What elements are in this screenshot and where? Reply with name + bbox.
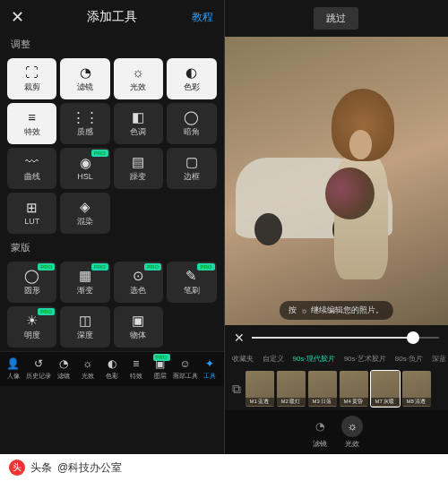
source-prefix: 头条 xyxy=(30,460,52,476)
tab-custom[interactable]: 自定义 xyxy=(263,354,284,364)
tone-icon: ◧ xyxy=(132,110,144,124)
tool-light[interactable]: ☼光效 xyxy=(114,58,163,99)
mode-light[interactable]: ☼光效 xyxy=(341,416,363,449)
sun-icon: ☼ xyxy=(82,357,92,370)
tool-curves[interactable]: 〰曲线 xyxy=(7,148,56,189)
slider-knob[interactable] xyxy=(407,331,419,344)
face-icon: ☺ xyxy=(179,357,190,370)
tool-vignette[interactable]: ◯暗角 xyxy=(167,103,216,144)
sun-icon: ☼ xyxy=(300,306,307,315)
tool-effects[interactable]: ≡特效 xyxy=(7,103,56,144)
object-icon: ▣ xyxy=(132,314,144,327)
sun-icon: ☼ xyxy=(341,416,363,437)
nav-color[interactable]: ◐色彩 xyxy=(100,356,124,382)
mask-gradient[interactable]: PRO▦渐变 xyxy=(60,262,109,303)
nav-effects[interactable]: ≡特效 xyxy=(125,356,148,382)
grain-icon: ⋮⋮ xyxy=(72,110,99,124)
tool-noise[interactable]: ▤躁变 xyxy=(114,148,163,189)
tab-favorites[interactable]: 收藏夹 xyxy=(232,354,254,364)
tab-90s-art[interactable]: 90s·艺术胶片 xyxy=(344,354,386,364)
tool-texture[interactable]: ⋮⋮质感 xyxy=(60,103,109,144)
filter-thumb[interactable]: M3 日落 xyxy=(308,371,337,407)
pro-badge: PRO xyxy=(153,354,170,361)
mask-object[interactable]: ▣物体 xyxy=(114,306,163,348)
adjust-section-label: 调整 xyxy=(0,34,224,55)
stack-icon[interactable]: ⧉ xyxy=(230,382,243,397)
brush-icon: ✎ xyxy=(185,269,197,282)
pro-badge: PRO xyxy=(38,263,55,271)
tools-panel: ✕ 添加工具 教程 调整 ⛶裁剪 ◔滤镜 ☼光效 ◐色彩 ≡特效 ⋮⋮质感 ◧色… xyxy=(0,0,225,454)
tab-deep[interactable]: 深蓝 xyxy=(432,354,446,364)
filter-thumb[interactable]: M4 黄昏 xyxy=(340,371,368,407)
tools-icon: ✦ xyxy=(205,357,214,370)
mode-filter[interactable]: ◔滤镜 xyxy=(309,416,331,449)
nav-layers[interactable]: PRO▣图层 xyxy=(149,356,172,382)
lines-icon: ≡ xyxy=(28,110,36,124)
nav-light[interactable]: ☼光效 xyxy=(76,356,99,382)
photo-preview[interactable]: 按 ☼ 继续编辑您的照片。 xyxy=(225,37,449,325)
tool-border[interactable]: ▢边框 xyxy=(167,148,216,189)
close-icon[interactable]: ✕ xyxy=(11,7,24,27)
nav-tools[interactable]: ✦工具 xyxy=(199,356,222,382)
tool-tone[interactable]: ◧色调 xyxy=(114,103,163,144)
close-slider-icon[interactable]: ✕ xyxy=(234,331,245,345)
left-bottom-bar: 👤人像 ↺历史记录 ◔滤镜 ☼光效 ◐色彩 ≡特效 PRO▣图层 ☺面部工具 ✦… xyxy=(0,351,224,386)
mask-grid: PRO◯圆形 PRO▦渐变 PRO⊙选色 PRO✎笔刷 PRO☀明度 ◫深度 ▣… xyxy=(0,258,224,351)
nav-history[interactable]: ↺历史记录 xyxy=(26,356,51,382)
drop-icon: ◔ xyxy=(59,357,68,370)
nav-portrait[interactable]: 👤人像 xyxy=(2,356,25,382)
intensity-slider[interactable] xyxy=(252,337,440,339)
tab-80s[interactable]: 80s·负片 xyxy=(395,354,423,364)
lines-icon: ≡ xyxy=(133,357,139,370)
left-header: ✕ 添加工具 教程 xyxy=(0,0,224,34)
tutorial-link[interactable]: 教程 xyxy=(192,10,213,25)
intensity-slider-row: ✕ xyxy=(225,325,449,350)
mask-select-color[interactable]: PRO⊙选色 xyxy=(114,262,163,303)
tool-lut[interactable]: ⊞LUT xyxy=(7,193,56,234)
frame-icon: ▢ xyxy=(185,155,198,168)
tool-blend[interactable]: ◈混染 xyxy=(60,193,109,234)
nav-face[interactable]: ☺面部工具 xyxy=(173,356,198,382)
bright-icon: ☀ xyxy=(26,314,38,327)
mask-luminance[interactable]: PRO☀明度 xyxy=(7,306,56,348)
filter-thumb[interactable]: M2 暖灯 xyxy=(277,371,306,407)
mask-depth[interactable]: ◫深度 xyxy=(60,306,109,348)
filter-thumb[interactable]: M1 蓝透 xyxy=(246,371,274,407)
tool-color[interactable]: ◐色彩 xyxy=(167,58,216,99)
history-icon: ↺ xyxy=(34,357,43,370)
attribution-footer: 头 头条 @科技办公室 xyxy=(0,454,448,481)
lut-icon: ⊞ xyxy=(26,201,38,214)
select-icon: ⊙ xyxy=(133,269,144,282)
tool-crop[interactable]: ⛶裁剪 xyxy=(7,58,56,99)
tools-grid-1: ⛶裁剪 ◔滤镜 ☼光效 ◐色彩 ≡特效 ⋮⋮质感 ◧色调 ◯暗角 〰曲线 PRO… xyxy=(0,55,224,237)
depth-icon: ◫ xyxy=(79,314,91,327)
drop-icon: ◔ xyxy=(80,65,91,79)
blend-icon: ◈ xyxy=(80,200,90,213)
grad2-icon: ▦ xyxy=(79,269,91,282)
pro-badge: PRO xyxy=(91,263,108,271)
right-bottom-bar: ◔滤镜 ☼光效 xyxy=(225,410,449,454)
person-icon: 👤 xyxy=(6,357,20,370)
pro-badge: PRO xyxy=(197,263,214,271)
photo-person xyxy=(318,89,408,296)
right-header: 跳过 xyxy=(225,0,449,37)
mask-section-label: 蒙版 xyxy=(0,237,224,258)
slider-fill xyxy=(252,337,413,339)
crop-icon: ⛶ xyxy=(25,65,39,79)
filter-thumb[interactable]: M8 清透 xyxy=(402,371,431,407)
tool-filter[interactable]: ◔滤镜 xyxy=(60,58,109,99)
filter-thumb-selected[interactable]: M7 灰暖 xyxy=(371,371,400,407)
tab-90s-modern[interactable]: 90s·现代胶片 xyxy=(293,354,335,364)
mask-circle[interactable]: PRO◯圆形 xyxy=(7,262,56,303)
filter-category-tabs: 收藏夹 自定义 90s·现代胶片 90s·艺术胶片 80s·负片 深蓝 xyxy=(225,350,449,367)
pro-badge: PRO xyxy=(91,150,108,157)
nav-filter[interactable]: ◔滤镜 xyxy=(52,356,75,382)
mask-brush[interactable]: PRO✎笔刷 xyxy=(167,262,216,303)
skip-button[interactable]: 跳过 xyxy=(314,7,358,30)
drop-icon: ◔ xyxy=(309,416,331,437)
tool-hsl[interactable]: PRO◉HSL xyxy=(60,148,109,189)
vignette-icon: ◯ xyxy=(184,110,199,124)
panel-title: 添加工具 xyxy=(87,9,137,25)
drop2-icon: ◐ xyxy=(185,65,197,79)
hsl-icon: ◉ xyxy=(80,156,91,169)
